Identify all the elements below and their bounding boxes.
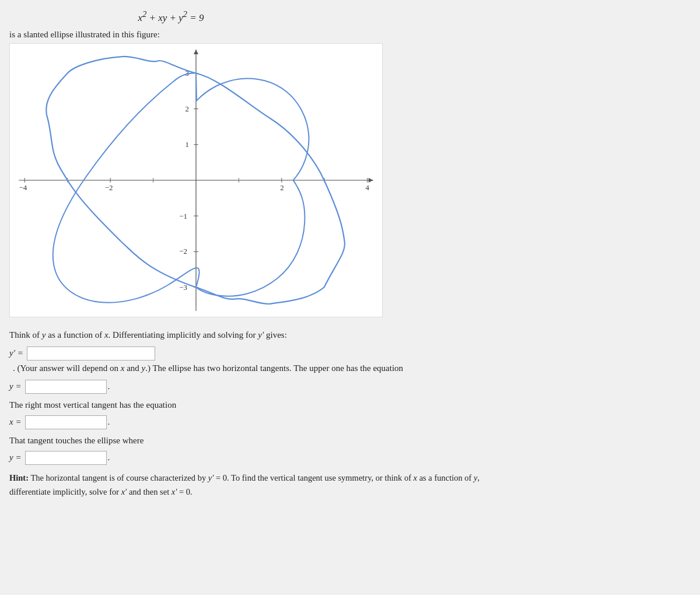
x-input[interactable] — [25, 415, 107, 429]
hint-section: Hint: The horizontal tangent is of cours… — [9, 471, 508, 499]
svg-text:4: 4 — [366, 183, 370, 192]
graph-svg: −4 −2 2 4 3 2 1 −1 −2 −3 — [10, 44, 382, 317]
svg-text:2: 2 — [186, 104, 189, 113]
y-upper-label: y = — [9, 379, 22, 394]
hint-bold-label: Hint: — [9, 473, 29, 482]
x-label: x = — [9, 415, 22, 430]
figure-label: is a slanted ellipse illustrated in this… — [9, 30, 508, 40]
svg-text:−2: −2 — [179, 247, 187, 256]
y-touch-row: y = . — [9, 450, 508, 466]
graph-container: −4 −2 2 4 3 2 1 −1 −2 −3 — [9, 43, 383, 317]
right-tangent-text: The right most vertical tangent has the … — [9, 398, 508, 413]
y-upper-input[interactable] — [25, 380, 107, 394]
text-section: Think of y as a function of x. Different… — [9, 328, 508, 499]
svg-text:−2: −2 — [105, 183, 113, 192]
x-input-row: x = . — [9, 415, 508, 430]
page-container: x2 + xy + y2 = 9 is a slanted ellipse il… — [0, 0, 525, 517]
svg-text:2: 2 — [280, 183, 284, 192]
yp-label: y′ = — [9, 346, 23, 361]
y-touch-label: y = — [9, 450, 22, 466]
hint-text: The horizontal tangent is of course char… — [9, 473, 480, 496]
equation-title: x2 + xy + y2 = 9 — [9, 9, 508, 24]
y-touch-period: . — [108, 450, 110, 466]
y-upper-period: . — [108, 379, 110, 394]
y-upper-row: y = . — [9, 379, 508, 394]
think-text: Think of y as a function of x. Different… — [9, 328, 287, 343]
yp-input-row: y′ = . (Your answer will depend on x and… — [9, 346, 508, 376]
svg-text:1: 1 — [186, 140, 189, 149]
y-touch-input[interactable] — [25, 451, 107, 465]
yp-note-text: . (Your answer will depend on x and y.) … — [13, 361, 403, 376]
yp-input[interactable] — [27, 346, 155, 360]
touches-text: That tangent touches the ellipse where — [9, 433, 508, 449]
svg-text:−4: −4 — [19, 183, 27, 192]
dy-dx-row: Think of y as a function of x. Different… — [9, 328, 508, 343]
x-period: . — [108, 415, 110, 430]
svg-text:−1: −1 — [179, 211, 187, 220]
